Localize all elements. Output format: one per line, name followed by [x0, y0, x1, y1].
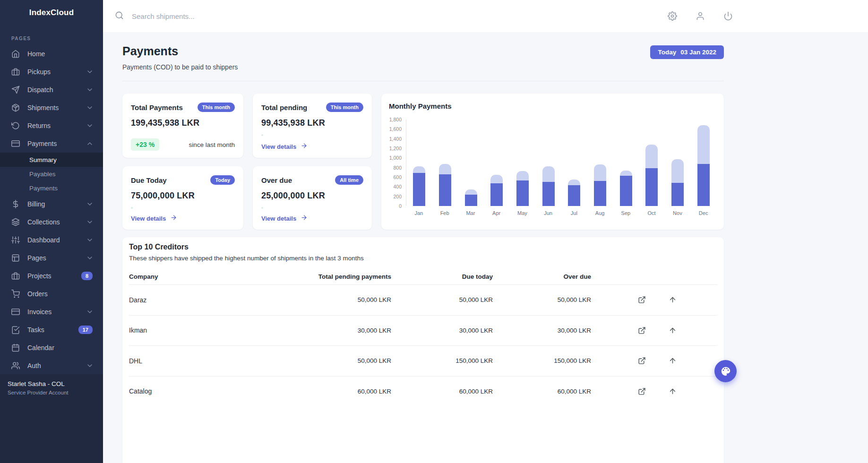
card-value: 25,000,000 LKR: [261, 191, 363, 201]
sidebar-item-home[interactable]: Home: [0, 45, 103, 63]
sidebar-item-summary[interactable]: Summary: [0, 153, 103, 167]
sidebar-item-payments[interactable]: Payments: [0, 135, 103, 153]
arrow-right-icon: [301, 214, 308, 221]
row-actions: [591, 296, 717, 304]
arrow-up-icon: [669, 296, 677, 304]
home-icon: [11, 50, 20, 58]
bar-segment-primary: [620, 176, 632, 206]
sidebar-item-tasks[interactable]: Tasks17: [0, 321, 103, 339]
sidebar-item-collections[interactable]: Collections: [0, 213, 103, 231]
sidebar-item-label: Projects: [27, 272, 81, 280]
bar-nov[interactable]: [671, 159, 684, 206]
placeholder-dot: [261, 207, 263, 209]
view-details-label: View details: [131, 215, 166, 222]
sidebar-item-pickups[interactable]: Pickups: [0, 63, 103, 81]
arrow-up-icon: [669, 326, 677, 334]
monthly-payments-card: Monthly Payments 1,8001,6001,4001,2001,0…: [381, 94, 724, 230]
view-details-label: View details: [261, 215, 296, 222]
bar-dec[interactable]: [697, 125, 710, 206]
external-link-button[interactable]: [637, 387, 646, 395]
bar-jan[interactable]: [413, 166, 425, 206]
bar-sep[interactable]: [620, 171, 632, 206]
sidebar-item-payables[interactable]: Payables: [0, 167, 103, 181]
bar-slot: [484, 175, 510, 206]
x-axis-label: Apr: [483, 210, 509, 216]
sidebar-item-dispatch[interactable]: Dispatch: [0, 81, 103, 99]
bar-oct[interactable]: [645, 145, 658, 206]
chevron-down-icon: [86, 362, 94, 369]
layers-icon: [11, 218, 20, 226]
chevron-down-icon: [86, 362, 94, 369]
arrow-up-button[interactable]: [668, 296, 677, 304]
sidebar-item-orders[interactable]: Orders: [0, 285, 103, 303]
chevron-down-icon: [86, 86, 94, 94]
bar-aug[interactable]: [594, 164, 606, 206]
x-axis-label: Jul: [561, 210, 587, 216]
sidebar-item-calendar[interactable]: Calendar: [0, 339, 103, 357]
bar-jul[interactable]: [568, 180, 580, 206]
logout-button[interactable]: [719, 7, 737, 25]
chevron-down-icon: [86, 122, 94, 129]
external-link-button[interactable]: [637, 296, 646, 304]
sidebar-item-payments[interactable]: Payments: [0, 181, 103, 195]
bar-mar[interactable]: [465, 189, 477, 206]
sidebar-item-pages[interactable]: Pages: [0, 249, 103, 267]
chevron-down-icon: [86, 308, 94, 316]
date-button[interactable]: Today 03 Jan 2022: [650, 45, 724, 59]
theme-customizer-button[interactable]: [714, 360, 737, 382]
page-title: Payments: [122, 44, 238, 58]
credit-card-icon: [11, 139, 20, 148]
bar-segment-secondary: [542, 166, 555, 182]
bar-segment-primary: [594, 181, 606, 206]
chevron-down-icon: [86, 236, 94, 244]
arrow-up-button[interactable]: [668, 326, 677, 334]
bar-may[interactable]: [516, 171, 529, 206]
arrow-up-button[interactable]: [668, 357, 677, 365]
chevron-down-icon: [86, 236, 94, 244]
external-link-button[interactable]: [637, 326, 646, 334]
send-icon: [11, 86, 20, 94]
view-details-label: View details: [261, 143, 296, 150]
pending-cell: 50,000 LKR: [283, 357, 391, 364]
y-axis-tick: 1,200: [389, 146, 402, 151]
sidebar-item-billing[interactable]: Billing: [0, 195, 103, 213]
profile-button[interactable]: [691, 7, 709, 25]
pending-cell: 30,000 LKR: [283, 327, 391, 334]
due-today-cell: 50,000 LKR: [391, 296, 493, 303]
sidebar-item-label: Billing: [27, 200, 86, 208]
card-title: Over due: [261, 176, 292, 184]
x-axis-label: Feb: [432, 210, 458, 216]
search-bar: [115, 11, 663, 22]
sidebar-item-returns[interactable]: Returns: [0, 117, 103, 135]
bar-feb[interactable]: [439, 164, 451, 206]
y-axis-tick: 200: [393, 194, 402, 199]
sidebar-item-label: Home: [27, 50, 94, 58]
view-details-link[interactable]: View details: [261, 142, 363, 151]
external-link-button[interactable]: [637, 357, 646, 365]
view-details-link[interactable]: View details: [131, 214, 235, 223]
sidebar-item-dashboard[interactable]: Dashboard: [0, 231, 103, 249]
bar-slot: [535, 166, 561, 206]
sidebar-item-label: Pickups: [27, 68, 86, 76]
chevron-down-icon: [86, 104, 94, 111]
search-input[interactable]: [131, 12, 334, 21]
bar-jun[interactable]: [542, 166, 555, 206]
bar-segment-secondary: [465, 189, 477, 195]
view-details-link[interactable]: View details: [261, 214, 363, 223]
sidebar-item-shipments[interactable]: Shipments: [0, 99, 103, 117]
company-cell: DHL: [129, 357, 283, 365]
period-badge: This month: [326, 103, 363, 112]
bar-apr[interactable]: [490, 175, 503, 206]
period-badge: All time: [335, 175, 363, 185]
y-axis-tick: 400: [393, 184, 402, 189]
arrow-up-button[interactable]: [668, 387, 677, 395]
sidebar-item-projects[interactable]: Projects8: [0, 267, 103, 285]
credit-card-icon: [11, 139, 20, 148]
bar-segment-primary: [413, 173, 425, 206]
settings-button[interactable]: [663, 7, 681, 25]
chevron-down-icon: [86, 68, 94, 76]
sidebar-item-label: Dispatch: [27, 86, 86, 94]
sidebar-item-auth[interactable]: Auth: [0, 357, 103, 375]
account-role: Service Provider Account: [8, 390, 95, 395]
sidebar-item-invoices[interactable]: Invoices: [0, 303, 103, 321]
